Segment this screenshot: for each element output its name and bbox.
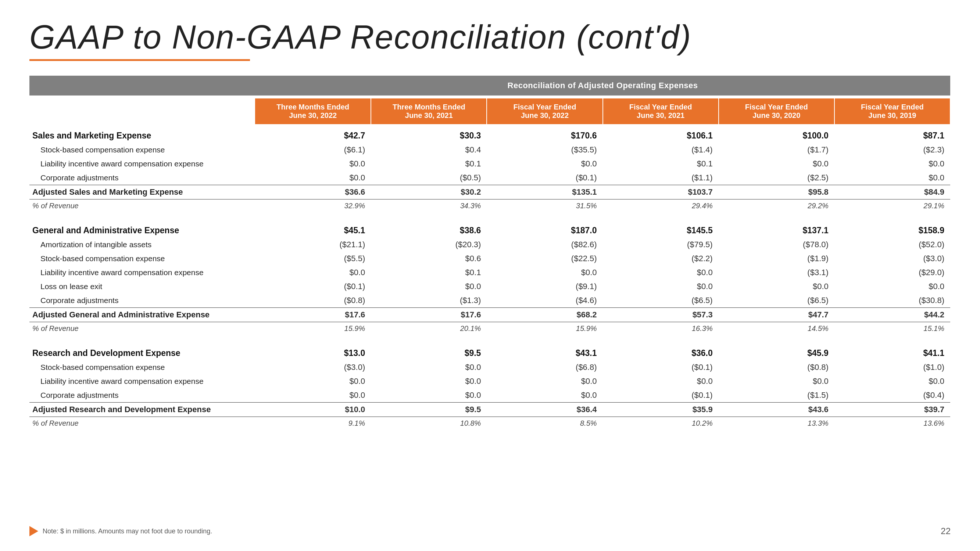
- row-value: ($6.8): [487, 360, 603, 374]
- row-value: 15.1%: [834, 322, 950, 340]
- row-value: $41.1: [834, 346, 950, 360]
- row-value: $0.0: [834, 157, 950, 171]
- row-value: ($0.8): [255, 294, 371, 308]
- row-label: % of Revenue: [29, 417, 255, 435]
- row-value: $42.7: [255, 129, 371, 143]
- row-value: $10.0: [255, 403, 371, 417]
- footer-arrow-icon: [29, 526, 38, 536]
- row-label: Liability incentive award compensation e…: [29, 374, 255, 388]
- column-header-row: Three Months EndedJune 30, 2022 Three Mo…: [29, 98, 950, 124]
- row-value: $68.2: [487, 308, 603, 322]
- row-value: 34.3%: [371, 200, 487, 217]
- row-value: ($0.1): [255, 279, 371, 294]
- row-value: $0.0: [255, 171, 371, 185]
- row-value: $30.2: [371, 185, 487, 200]
- row-value: $43.1: [487, 346, 603, 360]
- row-value: $0.0: [371, 388, 487, 403]
- table-container: Reconciliation of Adjusted Operating Exp…: [29, 76, 951, 434]
- table-row: Stock-based compensation expense($5.5)$0…: [29, 252, 950, 265]
- row-value: ($0.1): [487, 171, 603, 185]
- col-header-1: Three Months EndedJune 30, 2022: [255, 98, 371, 124]
- row-value: ($6.5): [719, 294, 834, 308]
- row-value: ($30.8): [834, 294, 950, 308]
- table-row: Liability incentive award compensation e…: [29, 265, 950, 279]
- row-label: Loss on lease exit: [29, 279, 255, 294]
- row-value: $0.0: [371, 360, 487, 374]
- row-value: 31.5%: [487, 200, 603, 217]
- row-value: 10.2%: [603, 417, 719, 435]
- row-value: ($1.5): [719, 388, 834, 403]
- table-row: General and Administrative Expense$45.1$…: [29, 223, 950, 238]
- spacer-row: [29, 340, 950, 346]
- row-value: ($0.5): [371, 171, 487, 185]
- row-value: $0.0: [603, 279, 719, 294]
- row-label: Liability incentive award compensation e…: [29, 157, 255, 171]
- row-value: $84.9: [834, 185, 950, 200]
- row-value: ($0.4): [834, 388, 950, 403]
- table-row: Liability incentive award compensation e…: [29, 157, 950, 171]
- page: GAAP to Non-GAAP Reconciliation (cont'd)…: [0, 0, 980, 551]
- row-value: $9.5: [371, 403, 487, 417]
- col-header-6: Fiscal Year EndedJune 30, 2019: [834, 98, 950, 124]
- row-value: $87.1: [834, 129, 950, 143]
- row-value: $0.0: [834, 279, 950, 294]
- row-value: $0.1: [603, 157, 719, 171]
- row-value: $36.4: [487, 403, 603, 417]
- table-section-header-row: Reconciliation of Adjusted Operating Exp…: [29, 76, 950, 95]
- row-value: 20.1%: [371, 322, 487, 340]
- row-value: 13.3%: [719, 417, 834, 435]
- row-value: $13.0: [255, 346, 371, 360]
- row-value: $47.7: [719, 308, 834, 322]
- row-value: $0.0: [255, 388, 371, 403]
- table-row: % of Revenue15.9%20.1%15.9%16.3%14.5%15.…: [29, 322, 950, 340]
- row-value: $35.9: [603, 403, 719, 417]
- footer-note-area: Note: $ in millions. Amounts may not foo…: [29, 526, 212, 536]
- row-value: ($6.1): [255, 143, 371, 157]
- row-value: $0.0: [719, 279, 834, 294]
- row-value: ($3.1): [719, 265, 834, 279]
- row-label: Sales and Marketing Expense: [29, 129, 255, 143]
- row-label: Stock-based compensation expense: [29, 143, 255, 157]
- row-value: 16.3%: [603, 322, 719, 340]
- row-value: 29.2%: [719, 200, 834, 217]
- row-value: ($0.1): [603, 360, 719, 374]
- row-value: $57.3: [603, 308, 719, 322]
- row-label: Adjusted Research and Development Expens…: [29, 403, 255, 417]
- row-value: $0.0: [255, 265, 371, 279]
- row-label: Corporate adjustments: [29, 388, 255, 403]
- row-value: ($52.0): [834, 238, 950, 252]
- row-value: 15.9%: [487, 322, 603, 340]
- row-value: $135.1: [487, 185, 603, 200]
- table-row: Loss on lease exit($0.1)$0.0($9.1)$0.0$0…: [29, 279, 950, 294]
- row-value: ($82.6): [487, 238, 603, 252]
- row-value: ($2.3): [834, 143, 950, 157]
- row-value: $0.0: [255, 157, 371, 171]
- row-label: Stock-based compensation expense: [29, 360, 255, 374]
- section-header-label: Reconciliation of Adjusted Operating Exp…: [255, 76, 950, 95]
- row-value: ($1.9): [719, 252, 834, 265]
- row-value: ($22.5): [487, 252, 603, 265]
- row-value: $30.3: [371, 129, 487, 143]
- col-header-3: Fiscal Year EndedJune 30, 2022: [487, 98, 603, 124]
- table-row: Corporate adjustments$0.0$0.0$0.0($0.1)(…: [29, 388, 950, 403]
- row-value: ($5.5): [255, 252, 371, 265]
- row-value: ($6.5): [603, 294, 719, 308]
- row-label: % of Revenue: [29, 200, 255, 217]
- row-value: $0.0: [834, 374, 950, 388]
- row-value: $187.0: [487, 223, 603, 238]
- table-row: Adjusted Sales and Marketing Expense$36.…: [29, 185, 950, 200]
- table-row: % of Revenue32.9%34.3%31.5%29.4%29.2%29.…: [29, 200, 950, 217]
- table-row: Corporate adjustments($0.8)($1.3)($4.6)(…: [29, 294, 950, 308]
- row-value: 13.6%: [834, 417, 950, 435]
- row-value: ($1.1): [603, 171, 719, 185]
- row-value: $0.0: [719, 374, 834, 388]
- row-value: $0.0: [255, 374, 371, 388]
- row-value: ($1.7): [719, 143, 834, 157]
- row-value: $0.0: [487, 157, 603, 171]
- row-value: 10.8%: [371, 417, 487, 435]
- row-value: ($1.3): [371, 294, 487, 308]
- row-value: $0.0: [603, 374, 719, 388]
- row-label: % of Revenue: [29, 322, 255, 340]
- row-value: ($35.5): [487, 143, 603, 157]
- row-value: $103.7: [603, 185, 719, 200]
